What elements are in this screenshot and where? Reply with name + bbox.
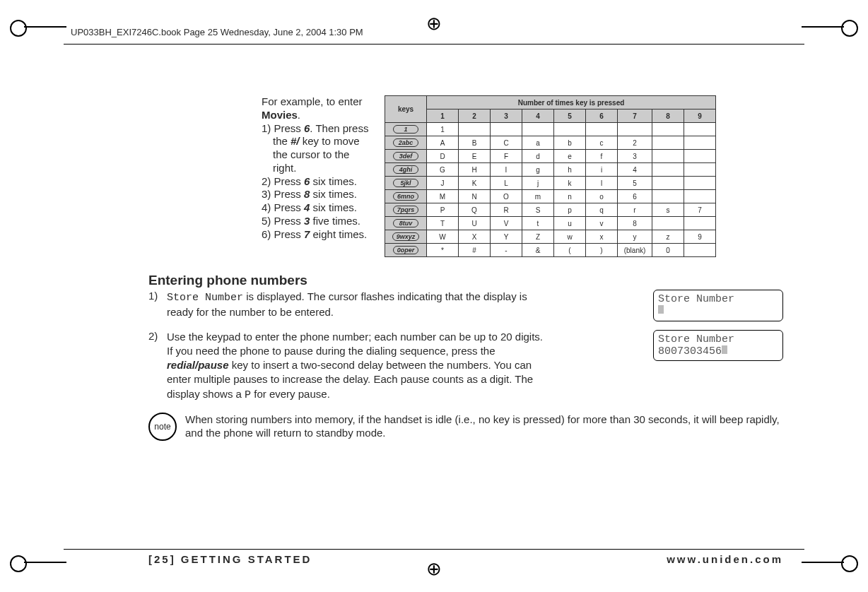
page-content: For example, to enter Movies. 1) Press 6…: [148, 95, 783, 441]
table-row: 11: [385, 123, 716, 136]
note-icon: note: [148, 413, 177, 441]
lcd-screen-filled: Store Number 8007303456: [653, 330, 783, 362]
cursor-icon: [722, 345, 727, 354]
registration-mark-icon: [841, 555, 858, 572]
table-row: 6mnoMNOmno6: [385, 190, 716, 203]
display-text-code: Store Number: [167, 292, 243, 304]
registration-mark-icon: [841, 20, 858, 37]
redial-pause-key: redial/pause: [167, 359, 229, 371]
cursor-icon: [658, 305, 664, 314]
registration-mark-icon: [10, 20, 27, 37]
table-row: 0oper*#-&()(blank)0: [385, 244, 716, 257]
table-row: 8tuvTUVtuv8: [385, 217, 716, 230]
note-text: When storing numbers into memory, if the…: [185, 413, 783, 440]
header-rule: [64, 44, 804, 45]
footer-url: www.uniden.com: [667, 553, 783, 565]
example-block: For example, to enter Movies. 1) Press 6…: [148, 95, 375, 257]
example-word: Movies: [262, 109, 298, 121]
example-intro: For example, to enter: [262, 95, 363, 107]
footer-page-label: [25] GETTING STARTED: [148, 553, 312, 565]
keymap-title: Number of times key is pressed: [427, 96, 716, 109]
registration-mark-icon: [10, 555, 27, 572]
crosshair-icon: ⊕: [426, 560, 442, 578]
note-callout: note When storing numbers into memory, i…: [148, 413, 783, 441]
section-heading: Entering phone numbers: [148, 273, 783, 288]
footer-rule: [64, 549, 804, 550]
table-row: 2abcABCabc2: [385, 136, 716, 150]
crosshair-icon: ⊕: [426, 14, 442, 32]
lcd-screen-empty: Store Number: [653, 290, 783, 321]
keypad-character-table: keys Number of times key is pressed 1 2 …: [385, 95, 716, 257]
table-row: 7pqrsPQRSpqrs7: [385, 203, 716, 217]
table-row: 4ghiGHIghi4: [385, 163, 716, 177]
running-header: UP033BH_EXI7246C.book Page 25 Wednesday,…: [71, 27, 363, 37]
keys-header: keys: [385, 96, 427, 123]
table-row: 9wxyzWXYZwxyz9: [385, 230, 716, 244]
table-row: 5jklJKLjkl5: [385, 177, 716, 190]
table-row: 3defDEFdef3: [385, 150, 716, 163]
